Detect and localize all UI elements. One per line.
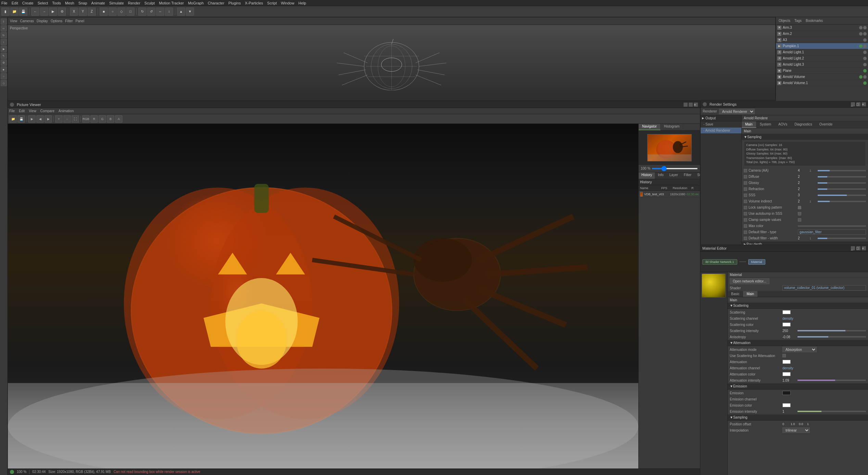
menu-animate[interactable]: Animate bbox=[91, 1, 105, 5]
menu-mesh[interactable]: Mesh bbox=[65, 1, 74, 5]
rs-volume-checkbox[interactable] bbox=[744, 200, 747, 203]
history-tab-history[interactable]: History bbox=[639, 172, 655, 179]
rs-maximize-btn[interactable]: □ bbox=[856, 102, 860, 106]
nav-tab-navigator[interactable]: Navigator bbox=[639, 124, 661, 130]
menu-mograph[interactable]: MoGraph bbox=[188, 1, 204, 5]
scene-item-plane[interactable]: ■ Plane bbox=[776, 68, 868, 74]
menu-snap[interactable]: Snap bbox=[78, 1, 87, 5]
toolbar-btn-2[interactable]: ○ bbox=[108, 8, 117, 16]
nav-tab-histogram[interactable]: Histogram bbox=[661, 124, 684, 130]
scene-item-arnoldlight3[interactable]: ☀ Arnold Light.3 bbox=[776, 62, 868, 68]
menu-render[interactable]: Render bbox=[128, 1, 140, 5]
scene-item-arm3[interactable]: ▼ Arm.3 bbox=[776, 25, 868, 31]
rs-clamp-val[interactable] bbox=[798, 218, 801, 222]
me-interpolation-select[interactable]: trilinear bbox=[782, 427, 810, 433]
pv-menu-file[interactable]: File bbox=[9, 109, 15, 113]
rs-filter-width-checkbox[interactable] bbox=[744, 237, 747, 240]
toolbar-render[interactable]: ▶ bbox=[49, 8, 57, 16]
me-close-btn[interactable]: × bbox=[862, 246, 866, 250]
toolbar-btn-9[interactable]: ▲ bbox=[177, 8, 185, 16]
rs-tab-aovs[interactable]: AOVs bbox=[775, 121, 791, 128]
sidebar-move[interactable]: ⇨ bbox=[1, 25, 7, 31]
me-open-network-btn[interactable]: Open network editor... bbox=[730, 278, 769, 284]
sidebar-pen[interactable]: ✎ bbox=[1, 53, 7, 59]
scene-item-pumpkin[interactable]: ▶ Pumpkin.1 bbox=[776, 43, 868, 49]
rs-close-btn[interactable]: × bbox=[862, 102, 866, 106]
pv-btn-next[interactable]: ▶ bbox=[44, 115, 52, 123]
toolbar-undo[interactable]: ← bbox=[31, 8, 39, 16]
pv-btn-save[interactable]: 💾 bbox=[17, 115, 25, 123]
scene-item-arnoldvolume[interactable]: ◆ Arnold Volume bbox=[776, 74, 868, 80]
me-scattering-color-swatch[interactable] bbox=[782, 322, 791, 327]
sidebar-scale[interactable]: ↕ bbox=[1, 39, 7, 45]
rs-filter-type-checkbox[interactable] bbox=[744, 230, 747, 234]
viewport-menu-display[interactable]: Display bbox=[37, 19, 48, 23]
rs-tab-override[interactable]: Override bbox=[816, 121, 836, 128]
sidebar-icon-1[interactable]: ■ bbox=[1, 66, 7, 72]
rs-lock-sampling-checkbox[interactable] bbox=[744, 206, 747, 209]
me-tab-basic[interactable]: Basic bbox=[728, 291, 743, 297]
menu-plugins[interactable]: Plugins bbox=[228, 1, 241, 5]
scene-item-arnoldlight1[interactable]: ☀ Arnold Light.1 bbox=[776, 49, 868, 55]
toolbar-btn-7[interactable]: ↔ bbox=[156, 8, 164, 16]
sidebar-icon-3[interactable]: ◇ bbox=[1, 80, 7, 86]
viewport-menu-options[interactable]: Options bbox=[51, 19, 62, 23]
pv-minimize-btn[interactable] bbox=[684, 103, 688, 107]
pv-btn-a[interactable]: A bbox=[115, 115, 123, 123]
pv-btn-g[interactable]: G bbox=[99, 115, 106, 123]
me-emission-swatch[interactable] bbox=[782, 391, 791, 395]
sidebar-icon-2[interactable]: ○ bbox=[1, 73, 7, 79]
viewport-menu-view[interactable]: View bbox=[10, 19, 17, 23]
pv-menu-animation[interactable]: Animation bbox=[59, 109, 74, 113]
me-scattering-swatch[interactable] bbox=[782, 310, 791, 314]
scene-item-arm2[interactable]: ▼ Arm.2 bbox=[776, 31, 868, 37]
history-row-0[interactable]: VDB_test_v03 1920x1080 02:30:44 bbox=[639, 191, 700, 198]
toolbar-btn-4[interactable]: □ bbox=[126, 8, 135, 16]
toolbar-new[interactable]: ▮ bbox=[1, 8, 10, 16]
pv-btn-r[interactable]: R bbox=[90, 115, 98, 123]
toolbar-save[interactable]: 💾 bbox=[19, 8, 27, 16]
menu-simulate[interactable]: Simulate bbox=[109, 1, 124, 5]
scene-item-arnoldvolume1[interactable]: ◆ Arnold Volume.1 bbox=[776, 80, 868, 86]
toolbar-btn-3[interactable]: ◇ bbox=[117, 8, 126, 16]
menu-create[interactable]: Create bbox=[22, 1, 34, 5]
menu-sculpt[interactable]: Sculpt bbox=[144, 1, 155, 5]
me-use-scattering-checkbox[interactable] bbox=[782, 354, 786, 357]
me-attenuation-mode-select[interactable]: Absorption bbox=[782, 347, 817, 352]
pv-btn-b[interactable]: B bbox=[107, 115, 114, 123]
menu-window[interactable]: Window bbox=[281, 1, 294, 5]
rs-save-item[interactable]: - Save bbox=[701, 121, 741, 128]
viewport-menu-cameras[interactable]: Cameras bbox=[20, 19, 34, 23]
rs-tab-system[interactable]: System bbox=[756, 121, 775, 128]
sidebar-rotate[interactable]: ↻ bbox=[1, 32, 7, 38]
pv-zoom-slider[interactable] bbox=[652, 168, 698, 169]
pv-btn-prev[interactable]: ◀ bbox=[36, 115, 44, 123]
rs-arnold-item[interactable]: - Arnold Renderer bbox=[701, 128, 741, 134]
toolbar-btn-1[interactable]: ■ bbox=[100, 8, 108, 16]
menu-tools[interactable]: Tools bbox=[52, 1, 61, 5]
me-tab-main[interactable]: Main bbox=[743, 291, 758, 297]
menu-select[interactable]: Select bbox=[38, 1, 48, 5]
toolbar-redo[interactable]: → bbox=[40, 8, 48, 16]
toolbar-btn-5[interactable]: ↻ bbox=[138, 8, 146, 16]
me-attenuation-swatch[interactable] bbox=[782, 360, 791, 364]
pv-btn-zoom-in[interactable]: + bbox=[55, 115, 63, 123]
toolbar-render-settings[interactable]: ⚙ bbox=[58, 8, 66, 16]
toolbar-move[interactable]: X bbox=[70, 8, 78, 16]
pv-close-btn[interactable]: × bbox=[694, 103, 698, 107]
history-tab-info[interactable]: Info bbox=[655, 172, 667, 179]
sidebar-magnet[interactable]: ⚙ bbox=[1, 60, 7, 66]
toolbar-btn-10[interactable]: ▼ bbox=[186, 8, 194, 16]
rs-clamp-checkbox[interactable] bbox=[744, 218, 747, 222]
rs-camera-aa-checkbox[interactable] bbox=[744, 169, 747, 172]
history-tab-filter[interactable]: Filter bbox=[681, 172, 694, 179]
menu-script[interactable]: Script bbox=[267, 1, 277, 5]
me-emission-color-swatch[interactable] bbox=[782, 403, 791, 407]
viewport-menu-filter[interactable]: Filter bbox=[65, 19, 73, 23]
toolbar-btn-8[interactable]: ↕ bbox=[165, 8, 173, 16]
pv-btn-play[interactable]: ▶ bbox=[28, 115, 36, 123]
me-attenuation-color-swatch[interactable] bbox=[782, 372, 791, 376]
me-attenuation-header[interactable]: ▼ Attenuation bbox=[728, 340, 868, 346]
menu-xparticles[interactable]: X-Particles bbox=[245, 1, 263, 5]
me-material-node[interactable]: Material bbox=[748, 259, 765, 265]
